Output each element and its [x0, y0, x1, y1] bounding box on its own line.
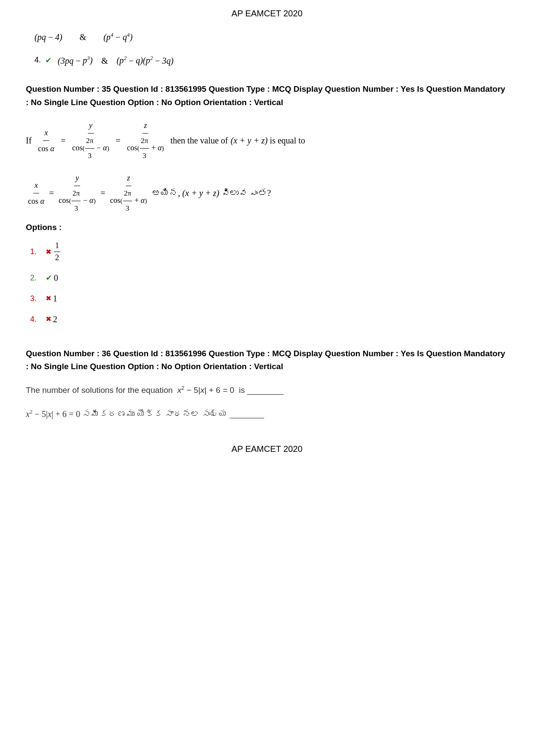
page-footer: AP EAMCET 2020 [26, 444, 508, 454]
options-label: Options : [26, 223, 508, 232]
option-1-value: 1 2 [53, 240, 61, 264]
correct-icon: ✔ [45, 56, 52, 65]
question-35-meta: Question Number : 35 Question Id : 81356… [26, 83, 508, 109]
option-2-value: 0 [54, 271, 58, 284]
option-2-number: 2. [30, 272, 43, 284]
option-3-icon: ✖ [46, 293, 51, 304]
option-2-row: 2. ✔ 0 [30, 271, 508, 284]
question-35-body-te: x cos α = y cos(2π3 − α) = z cos(2π3 + α… [26, 170, 508, 216]
option-1-icon: ✖ [46, 247, 51, 257]
option-4-icon: ✖ [46, 314, 51, 324]
option-3-row: 3. ✖ 1 [30, 292, 508, 305]
option-4-number: 4. [30, 314, 43, 325]
page-header: AP EAMCET 2020 [26, 9, 508, 19]
top-expr-line1: (pq − 4) & (p4 − q4) [34, 31, 508, 42]
option-1-row: 1. ✖ 1 2 [30, 240, 508, 264]
question-36-body-te: x2 − 5|x| + 6 = 0 సమీకరణము యొక్క సాధనల స… [26, 405, 508, 423]
top-section: (pq − 4) & (p4 − q4) 4. ✔ (3pq − p3) & (… [26, 31, 508, 65]
option-3-number: 3. [30, 293, 43, 305]
question-36-meta: Question Number : 36 Question Id : 81356… [26, 347, 508, 373]
option-4-row: 4. ✖ 2 [30, 313, 508, 326]
top-expr-line2: 4. ✔ (3pq − p3) & (p2 − q)(p2 − 3q) [34, 55, 508, 66]
option-4-value: 2 [53, 313, 57, 326]
option-2-icon: ✔ [46, 272, 52, 284]
question-35-body-en: If x cos α = y cos(2π3 − α) = z cos(2π3 … [26, 118, 508, 163]
option-1-number: 1. [30, 246, 43, 258]
option-3-value: 1 [53, 292, 57, 305]
question-36-body-en: The number of solutions for the equation… [26, 382, 508, 398]
